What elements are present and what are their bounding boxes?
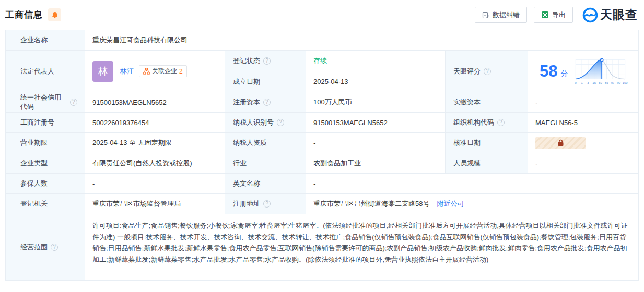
insured-count: - <box>92 180 95 188</box>
org-chart-icon <box>143 68 150 75</box>
data-correction-button[interactable]: 数据纠错 <box>475 7 527 23</box>
field-value-reg-status: 存续 <box>306 51 446 71</box>
export-button[interactable]: 导出 <box>534 7 573 23</box>
business-term: 2025-04-13 至 无固定期限 <box>92 138 172 148</box>
svg-text:1: 1 <box>581 81 583 84</box>
label-text: 注册地址 <box>233 199 260 209</box>
tianyancha-logo-text: 天眼查 <box>600 7 638 23</box>
svg-text:50: 50 <box>599 81 603 84</box>
tianyan-score-unit: 分 <box>560 69 568 79</box>
help-icon[interactable] <box>263 99 271 106</box>
field-label-business-scope: 经营范围 <box>6 214 85 281</box>
company-name: 重庆荣昌江哥食品科技有限公司 <box>92 35 188 45</box>
locked-value-placeholder[interactable] <box>535 137 586 149</box>
field-label-industry: 行业 <box>225 153 306 174</box>
field-label-org-code: 组织机构代码 <box>446 113 528 133</box>
field-value-reg-authority: 重庆市荣昌区市场监督管理局 <box>85 194 225 214</box>
lock-icon <box>557 139 564 147</box>
field-value-reg-capital: 100万人民币 <box>306 92 446 113</box>
reg-authority: 重庆市荣昌区市场监督管理局 <box>92 199 181 209</box>
score-distribution-chart: 0 1 3 15 50 85 97 99 100 <box>572 55 631 88</box>
label-text: 注册资本 <box>233 98 260 107</box>
help-icon[interactable] <box>484 68 491 75</box>
svg-text:0: 0 <box>575 81 577 84</box>
label-text: 法定代表人 <box>20 67 54 76</box>
field-label-establish-date: 成立日期 <box>225 71 306 92</box>
label-text: 企业类型 <box>20 159 48 168</box>
label-text: 英文名称 <box>233 179 260 188</box>
field-label-reg-capital: 注册资本 <box>225 92 306 113</box>
field-label-reg-number: 工商注册号 <box>6 113 85 133</box>
correction-icon <box>482 11 489 19</box>
excel-export-icon <box>541 11 549 19</box>
reg-address: 重庆市荣昌区昌州街道海棠二支路58号 <box>313 199 429 209</box>
help-icon[interactable] <box>497 119 505 126</box>
field-value-company-type: 有限责任公司(自然人投资或控股) <box>85 153 225 174</box>
svg-text:99: 99 <box>617 81 621 84</box>
help-icon[interactable] <box>70 99 77 106</box>
field-value-establish-date: 2025-04-13 <box>306 71 446 92</box>
field-value-insured-count: - <box>85 174 225 194</box>
label-text: 实缴资本 <box>453 98 481 107</box>
field-value-industry: 农副食品加工业 <box>306 153 446 174</box>
page-title: 工商信息 <box>5 9 43 21</box>
legal-rep-name-link[interactable]: 林江 <box>120 67 134 76</box>
label-text: 登记状态 <box>233 56 260 66</box>
field-label-insured-count: 参保人数 <box>6 174 85 194</box>
staff-size: - <box>535 160 537 167</box>
help-icon[interactable] <box>51 244 58 251</box>
label-text: 核准日期 <box>453 138 481 148</box>
label-text: 企业名称 <box>20 35 48 45</box>
field-value-reg-number: 500226019376454 <box>85 113 225 133</box>
business-scope-text: 许可项目:食品生产;食品销售;餐饮服务;小餐饮;家禽屠宰;牲畜屠宰;生猪屠宰。(… <box>92 222 628 263</box>
header: 工商信息 数据纠错 导出 天眼查 <box>0 0 644 30</box>
svg-text:100: 100 <box>623 81 628 84</box>
svg-text:97: 97 <box>611 81 615 84</box>
legal-rep-avatar[interactable]: 林 <box>92 61 113 82</box>
taxpayer-quality: - <box>313 139 315 147</box>
field-label-taxpayer-id: 纳税人识别号 <box>225 113 306 133</box>
nearby-companies-link[interactable]: 附近公司 <box>437 199 464 209</box>
label-text: 行业 <box>233 159 247 168</box>
label-text: 经营范围 <box>20 242 48 252</box>
field-value-paid-capital: - <box>528 92 639 113</box>
label-text: 纳税人资质 <box>233 138 267 148</box>
field-label-taxpayer-quality: 纳税人资质 <box>225 133 306 153</box>
field-value-taxpayer-id: 91500153MAEGLN5652 <box>306 113 446 133</box>
reg-number: 500226019376454 <box>92 119 149 127</box>
field-label-reg-address: 注册地址 <box>225 194 306 214</box>
status-badge: 存续 <box>313 56 327 66</box>
field-value-business-term: 2025-04-13 至 无固定期限 <box>85 133 225 153</box>
help-icon[interactable] <box>277 119 284 126</box>
field-value-english-name: - <box>306 174 639 194</box>
label-text: 参保人数 <box>20 179 48 188</box>
field-label-english-name: 英文名称 <box>225 174 306 194</box>
english-name: - <box>313 180 315 188</box>
establish-date: 2025-04-13 <box>313 78 348 86</box>
paid-capital: - <box>535 99 537 106</box>
help-icon[interactable] <box>263 200 271 208</box>
related-companies-label: 关联企业 <box>152 67 177 76</box>
label-text: 天眼评分 <box>453 67 481 76</box>
org-code: MAEGLN56-5 <box>535 119 578 127</box>
tianyancha-logo[interactable]: 天眼查 <box>582 7 638 23</box>
svg-text:85: 85 <box>605 81 608 84</box>
business-info-table: 企业名称 重庆荣昌江哥食品科技有限公司 法定代表人 林 林江 关联企业 2 登记… <box>5 30 639 281</box>
field-label-reg-status: 登记状态 <box>225 51 306 71</box>
field-value-credit-code: 91500153MAEGLN5652 <box>85 92 225 113</box>
subscribe-bell-button[interactable] <box>48 8 61 21</box>
field-value-business-scope: 许可项目:食品生产;食品销售;餐饮服务;小餐饮;家禽屠宰;牲畜屠宰;生猪屠宰。(… <box>85 214 639 281</box>
label-text: 人员规模 <box>453 159 481 168</box>
bell-icon <box>51 11 58 19</box>
field-value-tianyan-score: 58 分 0 1 <box>528 51 639 92</box>
tianyan-score-number: 58 <box>540 63 557 79</box>
reg-capital: 100万人民币 <box>313 98 352 107</box>
company-type: 有限责任公司(自然人投资或控股) <box>92 159 192 168</box>
related-companies-badge[interactable]: 关联企业 2 <box>139 65 187 77</box>
taxpayer-id: 91500153MAEGLN5652 <box>313 119 388 127</box>
field-label-tianyan-score: 天眼评分 <box>446 51 528 92</box>
svg-text:3: 3 <box>588 81 590 84</box>
field-label-paid-capital: 实缴资本 <box>446 92 528 113</box>
help-icon[interactable] <box>263 57 271 65</box>
field-value-company-name: 重庆荣昌江哥食品科技有限公司 <box>85 30 639 51</box>
